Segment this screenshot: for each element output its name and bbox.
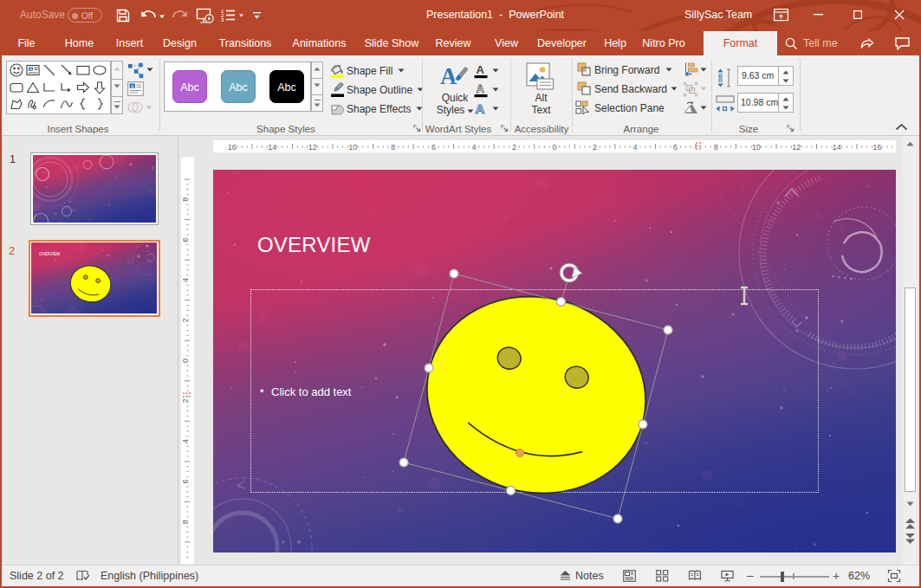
svg-text:16: 16 xyxy=(872,143,881,152)
svg-text:2: 2 xyxy=(181,318,190,322)
svg-text:2: 2 xyxy=(181,398,190,403)
svg-text:14: 14 xyxy=(833,143,841,152)
svg-text:2: 2 xyxy=(593,143,597,152)
svg-text:12: 12 xyxy=(792,143,801,152)
svg-text:8: 8 xyxy=(181,520,190,524)
svg-text:A: A xyxy=(440,63,457,89)
svg-text:6: 6 xyxy=(181,480,190,484)
svg-text:8: 8 xyxy=(181,197,190,202)
svg-text:A: A xyxy=(477,82,485,95)
svg-text:6: 6 xyxy=(181,237,190,242)
svg-text:A: A xyxy=(477,63,485,76)
svg-text:10: 10 xyxy=(348,143,357,152)
svg-text:10: 10 xyxy=(752,143,761,152)
svg-text:4: 4 xyxy=(633,143,638,152)
svg-text:A: A xyxy=(131,84,134,89)
svg-text:0: 0 xyxy=(552,143,556,152)
svg-text:14: 14 xyxy=(268,143,276,152)
svg-text:12: 12 xyxy=(308,143,317,152)
svg-text:6: 6 xyxy=(431,143,436,152)
svg-text:2: 2 xyxy=(512,143,516,152)
svg-text:4: 4 xyxy=(181,278,190,282)
svg-text:4: 4 xyxy=(471,143,476,152)
svg-text:4: 4 xyxy=(181,439,190,443)
svg-text:0: 0 xyxy=(181,359,190,363)
svg-text:8: 8 xyxy=(714,143,718,152)
svg-text:16: 16 xyxy=(228,143,237,152)
svg-text:6: 6 xyxy=(673,143,678,152)
svg-text:8: 8 xyxy=(391,143,395,152)
svg-text:A: A xyxy=(476,101,485,116)
